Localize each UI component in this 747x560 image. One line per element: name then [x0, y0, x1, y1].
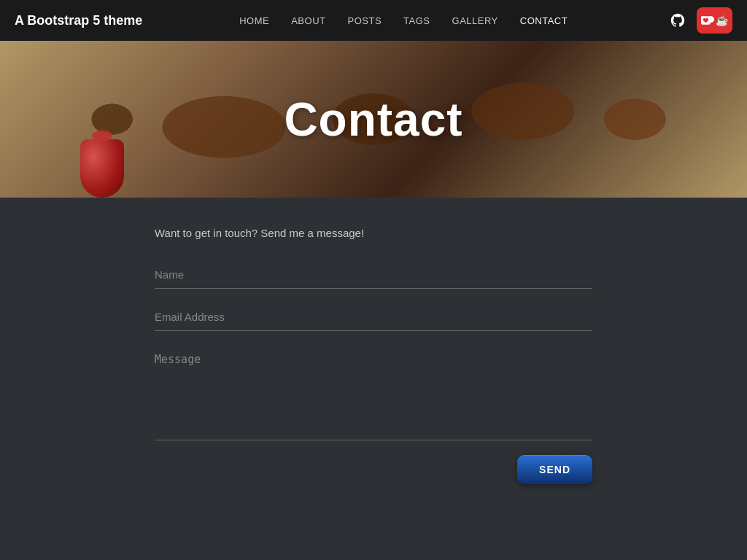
kofi-icon — [701, 14, 714, 27]
nav-gallery[interactable]: GALLERY — [452, 15, 498, 26]
content-area: Want to get in touch? Send me a message!… — [0, 198, 747, 560]
nav-posts[interactable]: POSTS — [348, 15, 382, 26]
hero-cup-decoration — [80, 139, 124, 198]
message-input[interactable] — [155, 346, 592, 440]
kofi-button[interactable]: ☕ — [697, 7, 732, 34]
hero-title: Contact — [284, 93, 462, 147]
form-intro: Want to get in touch? Send me a message! — [155, 227, 592, 239]
github-icon-button[interactable] — [665, 7, 691, 34]
send-button[interactable]: SEND — [517, 455, 592, 484]
nav-icons: ☕ — [665, 7, 732, 34]
form-bottom: SEND — [155, 455, 592, 484]
contact-form: Want to get in touch? Send me a message!… — [140, 227, 607, 484]
nav-tags[interactable]: TAGS — [403, 15, 430, 26]
name-input[interactable] — [155, 261, 592, 289]
github-icon — [670, 12, 686, 28]
message-field-container — [155, 346, 592, 440]
navbar: A Bootstrap 5 theme HOME ABOUT POSTS TAG… — [0, 0, 747, 41]
hero-section: Contact — [0, 41, 747, 198]
nav-home[interactable]: HOME — [239, 15, 269, 26]
nav-contact[interactable]: CONTACT — [520, 15, 568, 26]
name-field-container — [155, 261, 592, 303]
nav-about[interactable]: ABOUT — [291, 15, 325, 26]
email-input[interactable] — [155, 303, 592, 331]
nav-brand[interactable]: A Bootstrap 5 theme — [15, 13, 142, 28]
nav-links: HOME ABOUT POSTS TAGS GALLERY CONTACT — [239, 15, 568, 26]
email-field-container — [155, 303, 592, 346]
